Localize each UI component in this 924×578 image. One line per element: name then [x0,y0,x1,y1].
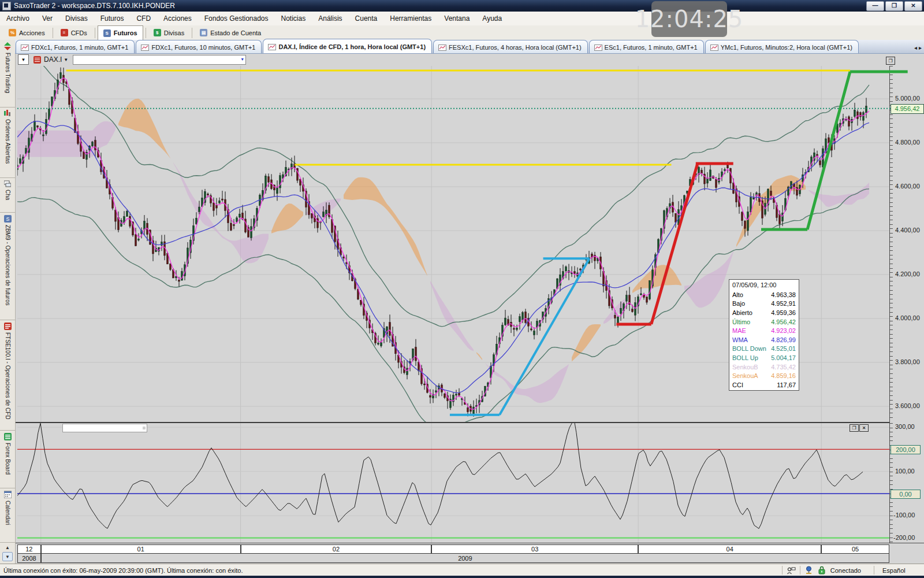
data-tooltip: 07/05/09, 12:00 Alto4.963,38Bajo4.952,91… [729,279,799,391]
sidebar-item-label: Calendari [5,501,11,525]
menu-item-noticias[interactable]: Noticias [275,12,312,25]
menu-item-futuros[interactable]: Futuros [94,12,131,25]
menu-item-análisis[interactable]: Análisis [312,12,348,25]
price-axis-label: 3.800,00 [895,358,920,365]
chart-tab-3[interactable]: FESXc1, Futuros, 4 horas, Hora local (GM… [433,40,588,53]
month-box-03[interactable]: 03 [431,544,638,554]
sidebar-item-2[interactable]: Cha [0,178,15,213]
cci-axis-badge: 0,00 [891,490,921,499]
indicator-combobox[interactable]: ▼ [73,55,246,65]
menu-item-herramientas[interactable]: Herramientas [383,12,438,25]
secure-lock-icon[interactable] [818,566,826,575]
menu-item-divisas[interactable]: Divisas [59,12,94,25]
month-box-01[interactable]: 01 [41,544,241,554]
connection-state-label: Conectado [830,567,861,574]
symbol-caret-icon: ▼ [64,57,68,62]
sidebar-item-1[interactable]: Órdenes Abiertas [0,108,15,177]
minimize-button[interactable]: — [866,1,884,11]
symbol-label[interactable]: DAX.I [44,55,62,64]
chart-tab-label: FDXc1, Futuros, 10 minutos, GMT+1 [151,44,255,51]
menu-item-ventana[interactable]: Ventana [438,12,476,25]
price-axis-label: 4.800,00 [895,139,920,146]
tooltip-row: CCI117,67 [729,380,799,390]
year-box-2009[interactable]: 2009 [41,553,889,563]
menu-item-cuenta[interactable]: Cuenta [349,12,384,25]
tooltip-row: Alto4.963,38 [729,290,799,299]
tab-nav: ◂▸ [914,45,924,53]
sidebar-item-0[interactable]: Futures Trading [0,40,15,108]
toolbar-button-acciones[interactable]: %Acciones [3,26,50,40]
chart-tab-2[interactable]: DAX.I, Índice de CFD, 1 hora, Hora local… [263,39,432,53]
sidebar-item-label: Cha [5,190,11,200]
toolbar-button-estado-de-cuenta[interactable]: ▤Estado de Cuenta [195,26,266,40]
month-box-02[interactable]: 02 [241,544,432,554]
menu-item-ver[interactable]: Ver [36,12,59,25]
price-axis-label: 4.400,00 [895,227,920,234]
tooltip-row-label: Alto [732,291,743,298]
tooltip-row: BOLL Up5.004,17 [729,353,799,362]
restore-button[interactable]: ❐ [885,1,903,11]
saxo-blue-icon: S [4,215,12,223]
tooltip-row: Abierto4.959,36 [729,308,799,317]
toolbar-button-divisas[interactable]: $Divisas [148,26,189,40]
cci-axis-label: 300,00 [895,423,915,430]
sidebar-scroll-controls: ▲▼ [0,543,15,564]
cfd-symbol-icon [33,56,41,64]
tooltip-row-label: MAE [732,327,746,334]
network-icon[interactable] [804,566,813,575]
menu-item-ayuda[interactable]: Ayuda [476,12,508,25]
forex-icon: $ [154,29,161,36]
app-icon [2,2,11,10]
sidebar-dropdown-button[interactable]: ▼ [2,552,13,561]
close-button[interactable]: ✕ [904,1,922,11]
time-axis: 12010203040520082009 [15,543,924,564]
user-session-icon[interactable] [787,566,796,575]
sidebar-item-5[interactable]: Forex Board [0,431,15,489]
title-bar: SaxoTrader 2 - workspace.DTS.7.100.IKH.P… [0,0,924,12]
tooltip-row-value: 4.956,42 [771,318,796,325]
tooltip-row-label: SenkouA [732,372,758,379]
menu-item-acciones[interactable]: Acciones [157,12,198,25]
chart-tab-1[interactable]: FDXc1, Futuros, 10 minutos, GMT+1 [136,40,262,53]
tooltip-row-value: 4.952,91 [771,300,796,307]
toolbar-separator [53,28,53,38]
orders-icon [4,110,11,117]
month-box-05[interactable]: 05 [821,544,889,554]
month-box-12[interactable]: 12 [17,544,41,554]
toolbar-button-futuros[interactable]: SFuturos [98,25,143,40]
cci-maximize-button[interactable]: ❐ [850,424,859,432]
chart-maximize-button[interactable]: ❐ [886,57,895,65]
price-axis-ticks [890,66,893,422]
chat-icon [4,180,11,187]
cci-label-box[interactable] [62,424,147,432]
chart-tab-5[interactable]: YMc1, Futuros, Minutos:2, Hora local (GM… [705,40,859,53]
sidebar-scroll-up-icon[interactable]: ▲ [5,545,10,550]
tabs-scroll-left-icon[interactable]: ◂ [914,45,917,51]
price-axis-label: 4.000,00 [895,314,920,321]
chart-tab-0[interactable]: FDXc1, Futuros, 1 minuto, GMT+1 [16,40,135,53]
year-box-2008[interactable]: 2008 [17,553,41,563]
chart-tab-4[interactable]: ESc1, Futuros, 1 minuto, GMT+1 [589,40,704,53]
screen-bottom-strip [0,576,924,578]
month-box-04[interactable]: 04 [638,544,821,554]
menu-item-fondos-gestionados[interactable]: Fondos Gestionados [198,12,275,25]
cci-close-button[interactable]: ✕ [859,424,869,432]
panel-divider[interactable] [15,422,889,423]
combobox-caret-icon: ▼ [240,57,244,61]
tooltip-row-label: Abierto [732,309,752,316]
price-axis-label: 3.600,00 [895,402,920,409]
calendar-icon [4,491,12,498]
sidebar-item-4[interactable]: FTSE100.I - Operaciones de CFD [0,320,15,431]
menu-item-cfd[interactable]: CFD [130,12,157,25]
sidebar-item-6[interactable]: Calendari [0,488,15,543]
tooltip-row-value: 5.004,17 [771,354,796,361]
sidebar-item-3[interactable]: SZBM9 - Operaciones de futuros [0,213,15,320]
price-axis-label: 4.200,00 [895,271,920,277]
menu-item-archivo[interactable]: Archivo [0,12,36,25]
toolbar-button-cfds[interactable]: ≡CFDs [55,26,92,40]
last-price-badge: 4.956,42 [891,104,924,114]
tabs-scroll-right-icon[interactable]: ▸ [919,45,922,51]
stocks-icon: % [9,29,16,36]
updown-arrows-icon [4,42,11,50]
chart-menu-dropdown-button[interactable]: ▼ [18,54,29,65]
